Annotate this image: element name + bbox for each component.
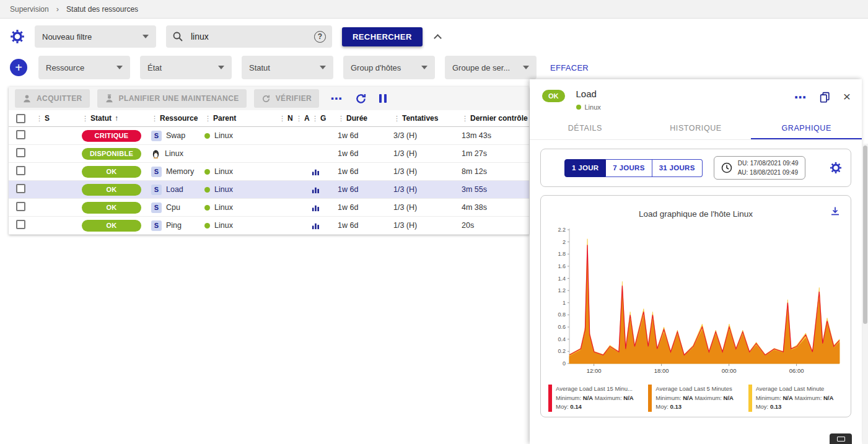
checkbox-cell [9, 220, 36, 231]
graph-cell [312, 222, 338, 230]
graph-icon[interactable] [312, 204, 320, 212]
row-checkbox[interactable] [16, 202, 25, 211]
legend-item-0[interactable]: Average Load Last 15 Minu...Minimum: N/A… [548, 385, 643, 412]
graph-icon[interactable] [312, 168, 320, 176]
person-icon [22, 94, 32, 103]
select-all-cell [9, 114, 36, 123]
column-drag-icon: ⋮ [462, 115, 468, 123]
table-row[interactable]: DISPONIBLELinux1w 6d1/3 (H)1m 27s [9, 145, 529, 163]
download-icon[interactable] [830, 206, 841, 217]
sort-asc-icon: ↑ [115, 114, 118, 123]
search-button[interactable]: RECHERCHER [342, 27, 423, 46]
parent-cell: Linux [204, 221, 279, 230]
collapse-filters-icon[interactable] [434, 34, 442, 42]
close-panel-icon[interactable]: × [843, 92, 851, 102]
column-header-1[interactable]: ⋮Statut↑ [82, 114, 151, 123]
acknowledge-button[interactable]: ACQUITTER [15, 89, 90, 108]
resource-cell: SPing [151, 220, 204, 231]
tries-cell: 1/3 (H) [393, 185, 462, 194]
tab-2[interactable]: GRAPHIQUE [751, 116, 862, 139]
tries-cell: 1/3 (H) [393, 167, 462, 176]
legend-text: Average Load Last MinuteMinimum: N/A Max… [756, 385, 834, 412]
criteria-dropdown-4[interactable]: Groupe de ser... [445, 56, 537, 79]
column-header-5[interactable]: ⋮A [296, 114, 312, 123]
tries-cell: 1/3 (H) [393, 203, 462, 212]
period-picker[interactable]: DU: 17/08/2021 09:49 AU: 18/08/2021 09:4… [714, 156, 805, 180]
saved-filter-select[interactable]: Nouveau filtre [35, 25, 156, 48]
table-row[interactable]: OKSPingLinux1w 6d1/3 (H)20s [9, 217, 529, 235]
search-input[interactable] [190, 31, 308, 42]
pause-icon[interactable] [379, 94, 387, 103]
graph-icon[interactable] [312, 186, 320, 194]
criteria-dropdown-2[interactable]: Statut [242, 56, 333, 79]
column-header-4[interactable]: ⋮N [279, 114, 296, 123]
column-header-3[interactable]: ⋮Parent [204, 114, 279, 123]
row-checkbox[interactable] [16, 166, 25, 175]
svg-text:1.6: 1.6 [558, 263, 566, 269]
more-actions-button[interactable]: ⋯ [330, 92, 343, 106]
search-icon [172, 31, 183, 42]
tab-0[interactable]: DÉTAILS [530, 116, 641, 139]
panel-status-badge: OK [542, 90, 565, 102]
time-range-button-0[interactable]: 1 JOUR [564, 159, 606, 177]
table-row[interactable]: OKSCpuLinux1w 6d1/3 (H)4m 38s [9, 199, 529, 217]
maintenance-button[interactable]: PLANIFIER UNE MAINTENANCE [97, 89, 247, 108]
graph-icon[interactable] [312, 222, 320, 230]
breadcrumb-item-supervision[interactable]: Supervision [10, 5, 49, 14]
column-drag-icon: ⋮ [36, 115, 43, 123]
graph-settings-gear-icon[interactable] [830, 162, 842, 174]
load-chart[interactable]: 00.20.40.60.811.21.41.61.822.212:0018:00… [547, 224, 846, 380]
add-criteria-button[interactable]: + [10, 59, 27, 76]
panel-tabs: DÉTAILSHISTORIQUEGRAPHIQUE [530, 116, 862, 140]
svg-text:18:00: 18:00 [654, 367, 669, 374]
svg-text:0.8: 0.8 [558, 311, 566, 318]
table-row[interactable]: OKSLoadLinux1w 6d1/3 (H)3m 55s [9, 181, 529, 199]
status-cell: OK [82, 220, 151, 232]
refresh-icon[interactable] [355, 93, 367, 105]
table-row[interactable]: OKSMemoryLinux1w 6d1/3 (H)8m 12s [9, 163, 529, 181]
checkbox-cell [9, 130, 36, 141]
criteria-dropdown-1[interactable]: État [140, 56, 232, 79]
table-row[interactable]: CRITIQUESSwapLinux1w 6d3/3 (H)13m 43s [9, 127, 529, 145]
criteria-dropdown-3[interactable]: Group d'hôtes [343, 56, 435, 79]
criteria-dropdown-0[interactable]: Ressource [38, 56, 130, 79]
chart-fullscreen-button[interactable] [830, 433, 852, 444]
filter-settings-gear-icon[interactable] [10, 29, 25, 44]
last-check-cell: 8m 12s [462, 167, 529, 176]
legend-minmax: Minimum: N/A Maximum: N/A [655, 394, 734, 403]
scrollbar-thumb[interactable] [863, 146, 867, 324]
time-range-button-1[interactable]: 7 JOURS [606, 159, 652, 177]
breadcrumb-item-current: Statut des ressources [66, 5, 138, 14]
criteria-list: RessourceÉtatStatutGroup d'hôtesGroupe d… [38, 56, 537, 79]
parent-name: Linux [214, 185, 233, 194]
panel-more-icon[interactable]: ⋯ [794, 94, 807, 101]
resource-cell: SSwap [151, 131, 204, 141]
column-drag-icon: ⋮ [393, 115, 400, 123]
column-header-9[interactable]: ⋮Dernier contrôle [462, 114, 529, 123]
status-badge: OK [82, 220, 141, 232]
copy-link-icon[interactable] [819, 91, 831, 103]
last-check-cell: 4m 38s [462, 203, 529, 212]
column-header-2[interactable]: ⋮Ressource [151, 114, 204, 123]
duration-cell: 1w 6d [338, 203, 393, 212]
row-checkbox[interactable] [16, 220, 25, 229]
row-checkbox[interactable] [16, 148, 25, 157]
legend-item-1[interactable]: Average Load Last 5 MinutesMinimum: N/A … [648, 385, 743, 412]
legend-item-2[interactable]: Average Load Last MinuteMinimum: N/A Max… [748, 385, 843, 412]
linux-host-icon [151, 149, 160, 159]
panel-scrollbar[interactable] [862, 144, 868, 444]
help-icon[interactable]: ? [314, 31, 326, 43]
check-button[interactable]: VÉRIFIER [254, 89, 320, 108]
svg-text:2: 2 [563, 239, 566, 245]
column-header-8[interactable]: ⋮Tentatives [393, 114, 462, 123]
row-checkbox[interactable] [16, 184, 25, 193]
status-cell: OK [82, 202, 151, 214]
column-header-0[interactable]: ⋮S [36, 114, 82, 123]
select-all-checkbox[interactable] [16, 114, 25, 123]
clear-filters-button[interactable]: EFFACER [550, 63, 589, 72]
column-header-6[interactable]: ⋮G [312, 114, 338, 123]
tab-1[interactable]: HISTORIQUE [641, 116, 752, 139]
row-checkbox[interactable] [16, 130, 25, 139]
column-header-7[interactable]: ⋮Durée [338, 114, 393, 123]
time-range-button-2[interactable]: 31 JOURS [652, 159, 703, 177]
